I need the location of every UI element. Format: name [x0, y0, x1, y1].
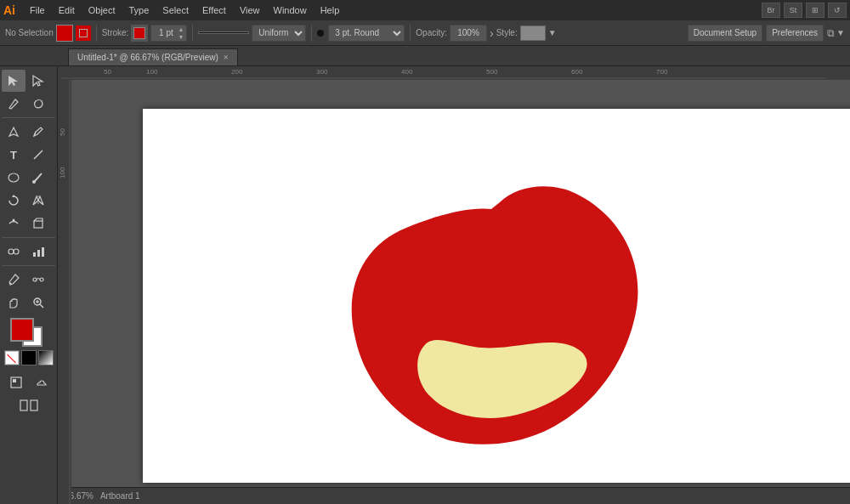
arrange-panel-tool[interactable]: [5, 396, 53, 415]
menu-icons: Br St ⊞ ↺: [762, 3, 847, 18]
stroke-color-swatch[interactable]: [133, 27, 145, 39]
sep3: [311, 25, 312, 42]
toolbar: No Selection Stroke: 1 pt ▲▼ Uniform 3 p…: [0, 20, 850, 46]
main-area: T: [0, 66, 850, 504]
tool-sep-1: [2, 117, 55, 118]
menu-edit[interactable]: Edit: [53, 3, 81, 17]
fill-swatch[interactable]: [56, 25, 73, 42]
warp-tool[interactable]: [2, 212, 26, 235]
preferences-button[interactable]: Preferences: [766, 25, 824, 42]
free-transform-tool[interactable]: [26, 212, 50, 235]
stroke-profile-section: Uniform: [198, 25, 306, 42]
svg-text:400: 400: [401, 68, 413, 76]
svg-point-10: [14, 249, 19, 254]
anchor-tool[interactable]: [2, 121, 26, 143]
stroke-weight-stepper[interactable]: ▲▼: [178, 25, 184, 41]
direct-select-tool[interactable]: [26, 70, 50, 92]
selection-label: No Selection: [5, 28, 54, 37]
svg-line-18: [40, 304, 43, 308]
artboard-tool[interactable]: [5, 373, 27, 392]
brush-tool[interactable]: [26, 167, 50, 189]
svg-point-16: [40, 278, 43, 281]
opacity-section: Opacity: 100% › Style: ▼: [416, 25, 556, 42]
sep1: [96, 25, 97, 42]
menu-window[interactable]: Window: [268, 3, 313, 17]
gradient-color-swatch[interactable]: [38, 350, 54, 365]
stroke-label: Stroke:: [102, 28, 129, 37]
pencil-tool[interactable]: [26, 121, 50, 143]
tool-row-7: [2, 212, 55, 235]
svg-point-3: [8, 173, 19, 182]
status-bar: 66.67% Artboard 1: [58, 487, 850, 504]
select-tool[interactable]: [2, 70, 26, 92]
pen-tool[interactable]: [2, 93, 26, 115]
tab-bar: Untitled-1* @ 66.67% (RGB/Preview) ×: [0, 46, 850, 66]
document-setup-button[interactable]: Document Setup: [688, 25, 763, 42]
stroke-profile-select[interactable]: Uniform: [252, 25, 306, 42]
br-icon[interactable]: Br: [762, 3, 780, 18]
blend-tool[interactable]: [26, 269, 50, 291]
style-dropdown-arrow[interactable]: ▼: [548, 28, 557, 37]
tab-close-button[interactable]: ×: [224, 53, 229, 62]
svg-rect-22: [13, 379, 16, 382]
menu-object[interactable]: Object: [82, 3, 122, 17]
menu-select[interactable]: Select: [156, 3, 195, 17]
reflect-tool[interactable]: [26, 190, 50, 212]
style-label: Style:: [496, 28, 518, 37]
column-graph-tool[interactable]: [26, 241, 50, 263]
stroke-weight-input: 1 pt ▲▼: [150, 25, 187, 42]
svg-point-9: [8, 249, 14, 254]
extra-tools: [2, 373, 55, 392]
sync-icon[interactable]: ↺: [828, 3, 847, 18]
ellipse-tool[interactable]: [2, 167, 26, 189]
symbol-tool[interactable]: [2, 241, 26, 263]
zoom-tool[interactable]: [26, 292, 50, 314]
tool-row-9: [2, 269, 55, 291]
tool-sep-2: [2, 237, 55, 238]
black-color-swatch[interactable]: [21, 350, 37, 365]
style-preview[interactable]: [520, 25, 546, 41]
menu-file[interactable]: File: [24, 3, 51, 17]
opacity-arrow[interactable]: ›: [490, 26, 494, 40]
fill-type-btn[interactable]: [76, 25, 91, 41]
document-tab[interactable]: Untitled-1* @ 66.67% (RGB/Preview) ×: [68, 48, 238, 65]
canvas-area[interactable]: 50 100 200 300 400 500 600 700 50 100: [58, 66, 850, 504]
cloud-tool[interactable]: [31, 373, 53, 392]
menu-view[interactable]: View: [234, 3, 266, 17]
none-color-swatch[interactable]: [4, 350, 20, 365]
tool-row-4: T: [2, 144, 55, 166]
eyedropper-tool[interactable]: [2, 269, 26, 291]
menu-help[interactable]: Help: [314, 3, 346, 17]
tool-row-10: [2, 292, 55, 314]
arrange-icon[interactable]: ⧉: [827, 27, 835, 39]
opacity-input[interactable]: 100%: [450, 25, 487, 42]
menu-type[interactable]: Type: [123, 3, 156, 17]
arrange-dropdown[interactable]: ▼: [836, 28, 845, 37]
st-icon[interactable]: St: [784, 3, 802, 18]
svg-point-4: [32, 180, 36, 184]
svg-rect-23: [20, 400, 27, 411]
svg-text:100: 100: [59, 167, 66, 178]
foreground-color-swatch[interactable]: [10, 318, 34, 342]
rotate-tool[interactable]: [2, 190, 26, 212]
lasso-tool[interactable]: [26, 93, 50, 115]
sep2: [192, 25, 193, 42]
svg-text:600: 600: [571, 68, 583, 76]
hand-tool[interactable]: [2, 292, 26, 314]
svg-rect-11: [33, 252, 36, 257]
tool-row-2: [2, 93, 55, 115]
tool-row-8: [2, 241, 55, 263]
artwork-svg: [143, 109, 850, 483]
stroke-weight-field[interactable]: 1 pt: [154, 25, 178, 42]
vertical-ruler: 50 100: [58, 80, 71, 504]
grid-icon[interactable]: ⊞: [806, 3, 824, 18]
menu-effect[interactable]: Effect: [196, 3, 232, 17]
svg-rect-24: [31, 400, 37, 411]
svg-marker-1: [33, 76, 42, 86]
type-tool[interactable]: T: [2, 144, 26, 166]
svg-point-15: [33, 278, 37, 281]
brush-size-select[interactable]: 3 pt. Round: [328, 25, 405, 42]
svg-text:100: 100: [146, 68, 158, 76]
line-tool[interactable]: [26, 144, 50, 166]
svg-text:300: 300: [316, 68, 328, 76]
